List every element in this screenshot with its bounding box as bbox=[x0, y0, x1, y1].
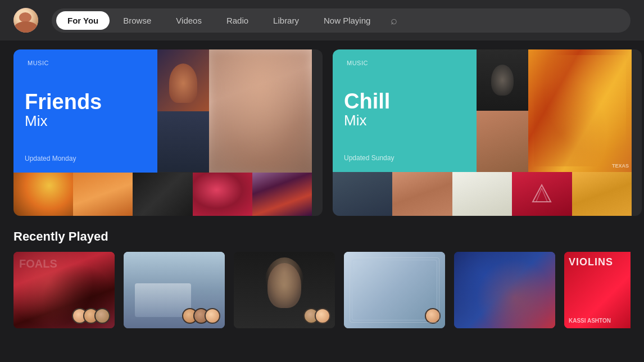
rp-3-avatar-2 bbox=[315, 308, 330, 324]
friends-mix-header: MUSIC Friends Mix Updated Monday bbox=[13, 49, 157, 173]
rp-4-avatar-1 bbox=[425, 308, 441, 324]
rp-1-avatars bbox=[72, 308, 110, 324]
rp-item-6[interactable]: VIOLINS KASSI ASHTON bbox=[564, 252, 631, 328]
user-avatar[interactable] bbox=[13, 8, 38, 33]
svg-marker-0 bbox=[533, 185, 551, 202]
tab-for-you[interactable]: For You bbox=[56, 11, 110, 30]
friends-album-5[interactable] bbox=[252, 173, 312, 216]
friends-album-1[interactable] bbox=[13, 173, 73, 216]
chill-art-1 bbox=[477, 49, 528, 111]
friends-art-1 bbox=[157, 49, 209, 111]
chill-mix-updated: Updated Sunday bbox=[344, 154, 465, 162]
nav-tab-bar: For You Browse Videos Radio Library Now … bbox=[52, 8, 631, 33]
chill-apple-brand: MUSIC bbox=[344, 60, 465, 66]
friends-album-3[interactable] bbox=[133, 173, 192, 216]
recently-played-scroll[interactable]: VIOLINS KASSI ASHTON bbox=[13, 252, 631, 328]
chill-brand-label: MUSIC bbox=[347, 60, 368, 66]
chill-album-2[interactable] bbox=[392, 172, 452, 216]
rp-4-avatars bbox=[425, 308, 441, 324]
brand-label: MUSIC bbox=[28, 60, 49, 66]
friends-bottom-row bbox=[13, 173, 312, 216]
rp-1-avatar-3 bbox=[94, 308, 110, 324]
tab-library[interactable]: Library bbox=[262, 11, 310, 30]
chill-album-4[interactable] bbox=[512, 172, 572, 216]
rp-3-avatars bbox=[303, 308, 330, 324]
chill-mix-title: Chill bbox=[344, 90, 465, 112]
rp-item-3[interactable] bbox=[234, 252, 335, 328]
chill-mix-card[interactable]: MUSIC Chill Mix Updated Sunday bbox=[333, 49, 642, 216]
mix-title: Friends bbox=[25, 91, 146, 112]
search-icon[interactable]: ⌕ bbox=[391, 14, 397, 27]
chill-mix-subtitle: Mix bbox=[344, 112, 465, 129]
chill-album-5[interactable] bbox=[572, 172, 632, 216]
rp-2-avatars bbox=[182, 308, 220, 324]
chill-album-3[interactable] bbox=[452, 172, 512, 216]
tab-now-playing[interactable]: Now Playing bbox=[312, 11, 382, 30]
rp-item-4[interactable] bbox=[344, 252, 445, 328]
apple-music-brand: MUSIC bbox=[25, 60, 146, 66]
chill-art-2 bbox=[477, 111, 528, 172]
main-content: MUSIC Friends Mix Updated Monday bbox=[0, 40, 644, 225]
friends-album-4[interactable] bbox=[193, 173, 252, 216]
tab-radio[interactable]: Radio bbox=[215, 11, 260, 30]
chill-album-1[interactable] bbox=[333, 172, 392, 216]
rp-item-2[interactable] bbox=[124, 252, 225, 328]
friends-art-large bbox=[209, 49, 312, 173]
chill-mix-header: MUSIC Chill Mix Updated Sunday bbox=[333, 49, 477, 172]
friends-art-2 bbox=[157, 111, 209, 172]
rp-item-1[interactable] bbox=[13, 252, 115, 328]
mix-cards-row: MUSIC Friends Mix Updated Monday bbox=[13, 49, 644, 216]
chill-art-large: TEXAS bbox=[528, 49, 632, 172]
mix-subtitle: Mix bbox=[25, 112, 146, 130]
recently-played-title: Recently Played bbox=[13, 229, 631, 244]
tab-browse[interactable]: Browse bbox=[112, 11, 162, 30]
recently-played-section: Recently Played bbox=[0, 225, 644, 328]
rp-2-avatar-3 bbox=[205, 308, 220, 324]
rp-item-5[interactable] bbox=[454, 252, 555, 328]
friends-mix-card[interactable]: MUSIC Friends Mix Updated Monday bbox=[13, 49, 323, 216]
friends-album-2[interactable] bbox=[73, 173, 133, 216]
chill-bottom-row bbox=[333, 172, 632, 216]
mix-updated: Updated Monday bbox=[25, 155, 146, 162]
tab-videos[interactable]: Videos bbox=[165, 11, 213, 30]
navigation: For You Browse Videos Radio Library Now … bbox=[0, 0, 644, 40]
